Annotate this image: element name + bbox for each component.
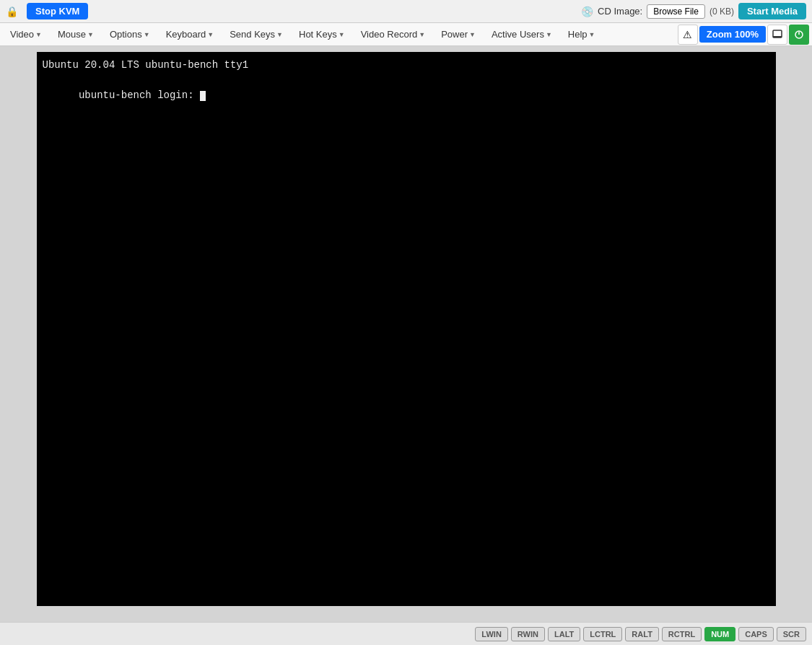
menu-help-label: Help xyxy=(568,29,588,40)
chevron-down-icon: ▼ xyxy=(207,31,214,38)
chevron-down-icon: ▼ xyxy=(87,31,94,38)
menu-active-users-label: Active Users xyxy=(492,29,544,40)
menu-send-keys-label: Send Keys xyxy=(230,29,275,40)
stop-kvm-button[interactable]: Stop KVM xyxy=(27,3,88,19)
menu-video-record-label: Video Record xyxy=(361,29,418,40)
key-lwin[interactable]: LWIN xyxy=(475,627,508,641)
chevron-down-icon: ▼ xyxy=(469,31,476,38)
svg-rect-1 xyxy=(773,36,782,38)
file-size: (0 KB) xyxy=(710,6,734,17)
menu-video[interactable]: Video ▼ xyxy=(3,26,49,43)
lock-icon: 🔒 xyxy=(6,6,18,17)
menu-hot-keys-label: Hot Keys xyxy=(299,29,337,40)
start-media-button[interactable]: Start Media xyxy=(738,3,806,19)
menu-keyboard-label: Keyboard xyxy=(166,29,206,40)
menu-mouse-label: Mouse xyxy=(58,29,86,40)
chevron-down-icon: ▼ xyxy=(546,31,552,38)
menu-options-label: Options xyxy=(110,29,142,40)
fullscreen-button[interactable] xyxy=(767,25,787,45)
chevron-down-icon: ▼ xyxy=(589,31,595,38)
kvm-screen[interactable]: Ubuntu 20.04 LTS ubuntu-bench tty1 ubunt… xyxy=(37,52,776,606)
key-num[interactable]: NUM xyxy=(704,627,735,641)
menu-mouse[interactable]: Mouse ▼ xyxy=(51,26,101,43)
chevron-down-icon: ▼ xyxy=(419,31,425,38)
cd-icon: 💿 xyxy=(581,6,593,17)
menu-active-users[interactable]: Active Users ▼ xyxy=(484,26,559,43)
key-lalt[interactable]: LALT xyxy=(548,627,580,641)
menu-send-keys[interactable]: Send Keys ▼ xyxy=(222,26,290,43)
menu-hot-keys[interactable]: Hot Keys ▼ xyxy=(292,26,352,43)
key-scr[interactable]: SCR xyxy=(777,627,806,641)
chevron-down-icon: ▼ xyxy=(276,31,283,38)
browse-file-button[interactable]: Browse File xyxy=(647,4,705,19)
menu-video-label: Video xyxy=(10,29,34,40)
terminal-cursor xyxy=(200,91,206,101)
chevron-down-icon: ▼ xyxy=(144,31,150,38)
zoom-button[interactable]: Zoom 100% xyxy=(699,26,766,43)
key-lctrl[interactable]: LCTRL xyxy=(583,627,622,641)
power-icon xyxy=(794,30,804,40)
menu-options[interactable]: Options ▼ xyxy=(102,26,157,43)
key-rwin[interactable]: RWIN xyxy=(511,627,545,641)
menu-keyboard[interactable]: Keyboard ▼ xyxy=(159,26,222,43)
menu-help[interactable]: Help ▼ xyxy=(561,26,603,43)
menu-power[interactable]: Power ▼ xyxy=(434,26,483,43)
cd-image-area: 💿 CD Image: Browse File (0 KB) Start Med… xyxy=(581,3,806,19)
power-button[interactable] xyxy=(789,25,809,45)
status-bar: LWIN RWIN LALT LCTRL RALT RCTRL NUM CAPS… xyxy=(0,622,812,645)
menu-power-label: Power xyxy=(441,29,468,40)
alert-button[interactable]: ⚠ xyxy=(678,25,698,45)
kvm-screen-container: Ubuntu 20.04 LTS ubuntu-bench tty1 ubunt… xyxy=(0,46,812,599)
menu-bar: Video ▼ Mouse ▼ Options ▼ Keyboard ▼ Sen… xyxy=(0,23,812,46)
key-ralt[interactable]: RALT xyxy=(625,627,659,641)
chevron-down-icon: ▼ xyxy=(339,31,345,38)
fullscreen-icon xyxy=(772,30,782,40)
chevron-down-icon: ▼ xyxy=(35,31,42,38)
menu-video-record[interactable]: Video Record ▼ xyxy=(354,26,432,43)
terminal-line-1: Ubuntu 20.04 LTS ubuntu-bench tty1 xyxy=(43,58,770,73)
top-bar: 🔒 Stop KVM 💿 CD Image: Browse File (0 KB… xyxy=(0,0,812,23)
key-rctrl[interactable]: RCTRL xyxy=(662,627,702,641)
terminal-line-2: ubuntu-bench login: xyxy=(43,73,770,118)
cd-image-label: CD Image: xyxy=(598,6,642,17)
key-caps[interactable]: CAPS xyxy=(738,627,774,641)
